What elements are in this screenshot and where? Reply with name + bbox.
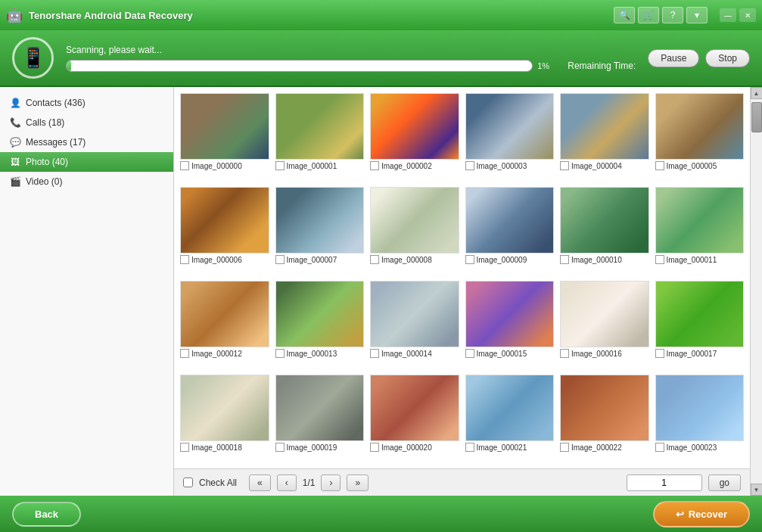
help-button[interactable]: ?: [662, 7, 683, 23]
pagination-bar: Check All « ‹ 1/1 › » go: [174, 468, 750, 496]
scan-buttons: Pause Stop: [648, 49, 750, 67]
photo-checkbox[interactable]: [655, 443, 664, 452]
photo-item[interactable]: Image_000017: [655, 281, 745, 369]
check-all-checkbox[interactable]: [183, 478, 193, 487]
photo-item[interactable]: Image_000020: [370, 375, 459, 462]
photo-checkbox[interactable]: [655, 349, 664, 358]
photo-label: Image_000013: [287, 350, 337, 358]
photo-thumbnail: [180, 375, 269, 441]
photo-item[interactable]: Image_000021: [465, 375, 555, 462]
photo-item[interactable]: Image_000010: [560, 187, 649, 275]
photo-checkbox[interactable]: [180, 255, 189, 264]
photo-item[interactable]: Image_000022: [560, 375, 649, 462]
photo-thumbnail: [275, 93, 365, 160]
go-button[interactable]: go: [708, 474, 741, 491]
photo-item[interactable]: Image_000013: [275, 281, 365, 369]
photo-item[interactable]: Image_000000: [180, 93, 269, 181]
page-input[interactable]: [627, 474, 702, 491]
photo-item[interactable]: Image_000016: [560, 281, 649, 369]
photo-thumbnail: [655, 93, 745, 160]
titlebar-right: 🔍 🛒 ? ▾ — ✕: [614, 7, 756, 23]
prev-page-button[interactable]: ‹: [277, 474, 297, 491]
photo-checkbox[interactable]: [465, 349, 474, 358]
photo-thumbnail: [275, 281, 365, 347]
photo-checkbox[interactable]: [560, 161, 569, 170]
photo-item[interactable]: Image_000002: [370, 93, 459, 181]
photo-checkbox[interactable]: [180, 161, 189, 170]
photo-item[interactable]: Image_000003: [465, 93, 555, 181]
main-content: 👤 Contacts (436) 📞 Calls (18) 💬 Messages…: [0, 87, 762, 496]
photo-item[interactable]: Image_000014: [370, 281, 459, 369]
photo-checkbox[interactable]: [275, 443, 285, 452]
first-page-button[interactable]: «: [249, 474, 271, 491]
scan-icon: 📱: [12, 37, 54, 79]
pause-button[interactable]: Pause: [648, 49, 699, 67]
dropdown-button[interactable]: ▾: [686, 7, 708, 23]
scroll-track[interactable]: [751, 99, 762, 484]
photo-checkbox[interactable]: [560, 349, 569, 358]
photo-item[interactable]: Image_000009: [465, 187, 555, 275]
sidebar-icon-1: 📞: [9, 117, 21, 129]
next-page-button[interactable]: ›: [321, 474, 341, 491]
photo-checkbox[interactable]: [465, 443, 474, 452]
sidebar-item-2[interactable]: 💬 Messages (17): [0, 132, 173, 152]
photo-checkbox[interactable]: [465, 161, 474, 170]
scan-status: Scanning, please wait...: [66, 45, 636, 55]
check-all-label[interactable]: Check All: [199, 478, 237, 488]
sidebar-icon-3: 🖼: [9, 156, 21, 168]
sidebar-item-4[interactable]: 🎬 Video (0): [0, 172, 173, 191]
photo-checkbox[interactable]: [655, 255, 664, 264]
cart-button[interactable]: 🛒: [638, 7, 659, 23]
photo-item[interactable]: Image_000008: [370, 187, 459, 275]
minimize-button[interactable]: —: [720, 8, 736, 22]
photo-item[interactable]: Image_000006: [180, 187, 269, 275]
sidebar-item-0[interactable]: 👤 Contacts (436): [0, 93, 173, 113]
photo-label: Image_000005: [667, 162, 717, 170]
photo-checkbox[interactable]: [275, 161, 285, 170]
photo-label: Image_000020: [381, 443, 432, 452]
photo-label: Image_000014: [381, 350, 432, 358]
app-title: Tenorshare Android Data Recovery: [29, 10, 193, 21]
photo-checkbox[interactable]: [465, 255, 474, 264]
close-button[interactable]: ✕: [739, 8, 756, 22]
photo-checkbox[interactable]: [370, 255, 379, 264]
photo-item[interactable]: Image_000018: [180, 375, 269, 462]
scroll-down-arrow[interactable]: ▼: [751, 484, 763, 496]
photo-checkbox[interactable]: [560, 255, 569, 264]
photo-item[interactable]: Image_000004: [560, 93, 649, 181]
scroll-up-arrow[interactable]: ▲: [751, 87, 763, 99]
photo-item[interactable]: Image_000005: [655, 93, 745, 181]
last-page-button[interactable]: »: [347, 474, 369, 491]
sidebar-label-3: Photo (40): [26, 157, 68, 167]
search-button[interactable]: 🔍: [614, 7, 635, 23]
photo-thumbnail: [180, 187, 269, 254]
photo-label: Image_000008: [381, 256, 432, 264]
photo-checkbox[interactable]: [180, 349, 189, 358]
scroll-thumb[interactable]: [751, 102, 762, 132]
photo-checkbox[interactable]: [275, 349, 285, 358]
photo-item[interactable]: Image_000012: [180, 281, 269, 369]
sidebar-item-1[interactable]: 📞 Calls (18): [0, 113, 173, 132]
photo-thumbnail: [180, 93, 269, 160]
photo-checkbox[interactable]: [275, 255, 285, 264]
photo-checkbox[interactable]: [370, 443, 379, 452]
photo-checkbox[interactable]: [655, 161, 664, 170]
photo-item[interactable]: Image_000011: [655, 187, 745, 275]
photo-thumbnail: [465, 375, 555, 441]
photo-checkbox[interactable]: [370, 161, 379, 170]
photo-item[interactable]: Image_000007: [275, 187, 365, 275]
photo-item[interactable]: Image_000015: [465, 281, 555, 369]
stop-button[interactable]: Stop: [705, 49, 750, 67]
photo-checkbox[interactable]: [370, 349, 379, 358]
photo-item[interactable]: Image_000001: [275, 93, 365, 181]
recover-button[interactable]: ↩ Recover: [653, 501, 750, 527]
photo-item[interactable]: Image_000019: [275, 375, 365, 462]
photo-thumbnail: [655, 281, 745, 347]
sidebar-item-3[interactable]: 🖼 Photo (40): [0, 152, 173, 172]
titlebar-left: 🤖 Tenorshare Android Data Recovery: [6, 7, 193, 23]
photo-item[interactable]: Image_000023: [655, 375, 745, 462]
back-button[interactable]: Back: [12, 502, 81, 527]
sidebar-label-0: Contacts (436): [26, 98, 86, 108]
photo-checkbox[interactable]: [560, 443, 569, 452]
photo-checkbox[interactable]: [180, 443, 189, 452]
